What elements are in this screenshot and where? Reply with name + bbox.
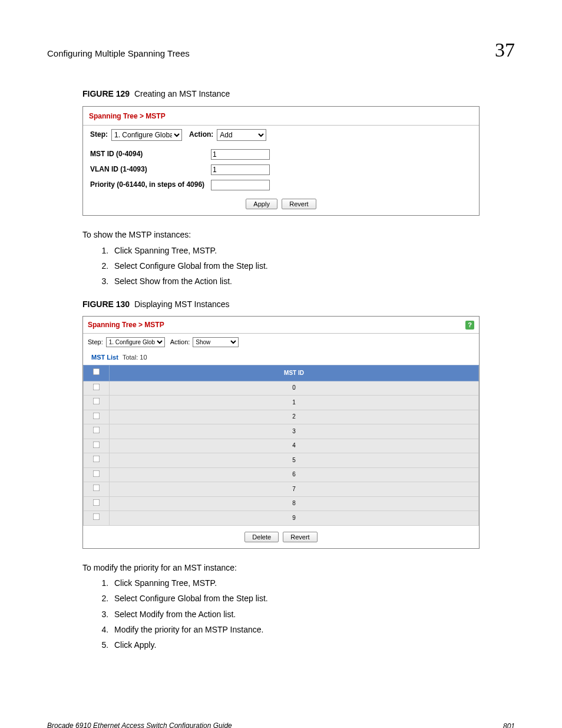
mst-list-title: MST List	[91, 354, 118, 361]
figure130-panel: Spanning Tree > MSTP ? Step: 1. Configur…	[82, 316, 480, 549]
mst-id-label: MST ID (0-4094)	[90, 149, 211, 159]
mst-id-cell: 1	[110, 396, 479, 410]
steps2: Click Spanning Tree, MSTP. Select Config…	[82, 577, 480, 651]
step: Select Configure Global from the Step li…	[111, 592, 480, 604]
mst-id-input[interactable]	[211, 149, 270, 160]
row-checkbox[interactable]	[93, 441, 100, 448]
mst-id-cell: 2	[110, 410, 479, 424]
row-checkbox[interactable]	[93, 427, 100, 434]
priority-input[interactable]	[211, 180, 270, 190]
table-row: 6	[84, 467, 479, 482]
delete-button[interactable]: Delete	[244, 532, 279, 542]
table-row: 4	[84, 439, 479, 453]
mst-id-cell: 3	[110, 424, 479, 439]
column-mst-id: MST ID	[110, 365, 479, 381]
action-label-130: Action:	[170, 338, 190, 347]
vlan-id-label: VLAN ID (1-4093)	[90, 164, 211, 174]
steps1: Click Spanning Tree, MSTP. Select Config…	[82, 245, 480, 288]
footer-guide-title: Brocade 6910 Ethernet Access Switch Conf…	[47, 722, 232, 728]
mst-id-cell: 6	[110, 467, 479, 482]
table-row: 9	[84, 511, 479, 526]
figure130-label: FIGURE 130	[82, 299, 130, 309]
row-checkbox[interactable]	[93, 383, 100, 390]
help-icon[interactable]: ?	[465, 321, 474, 330]
mst-table: MST ID 0 1 2 3 4 5 6 7 8 9	[83, 365, 479, 526]
action-select-130[interactable]: Show	[193, 337, 239, 347]
panel130-breadcrumb: Spanning Tree > MSTP	[88, 320, 164, 330]
priority-label: Priority (0-61440, in steps of 4096)	[90, 180, 211, 190]
row-checkbox[interactable]	[93, 513, 100, 521]
row-checkbox[interactable]	[93, 398, 100, 405]
intro2: To modify the priority for an MST instan…	[82, 562, 480, 574]
figure129-label: FIGURE 129	[82, 89, 130, 98]
step: Select Show from the Action list.	[111, 275, 480, 287]
page-footer: Brocade 6910 Ethernet Access Switch Conf…	[47, 722, 515, 728]
table-row: 7	[84, 482, 479, 497]
mst-id-cell: 4	[110, 439, 479, 453]
mst-id-cell: 0	[110, 381, 479, 396]
step: Click Apply.	[111, 639, 480, 651]
table-row: 5	[84, 453, 479, 468]
chapter-number: 37	[495, 35, 515, 64]
figure130-title: Displaying MST Instances	[134, 299, 230, 309]
figure129-caption: FIGURE 129 Creating an MST Instance	[82, 88, 480, 100]
step: Modify the priority for an MSTP Instance…	[111, 624, 480, 635]
step-select[interactable]: 1. Configure Global	[111, 129, 182, 141]
figure129-title: Creating an MST Instance	[134, 89, 230, 98]
header-checkbox-cell	[84, 365, 110, 381]
step: Click Spanning Tree, MSTP.	[111, 245, 480, 256]
step: Select Configure Global from the Step li…	[111, 260, 480, 272]
select-all-checkbox[interactable]	[93, 368, 100, 375]
table-row: 8	[84, 496, 479, 511]
mst-id-cell: 8	[110, 496, 479, 511]
row-checkbox[interactable]	[93, 499, 100, 506]
revert-button[interactable]: Revert	[282, 199, 316, 209]
table-row: 1	[84, 396, 479, 410]
mst-id-cell: 7	[110, 482, 479, 497]
step-label-130: Step:	[88, 338, 103, 347]
figure129-panel: Spanning Tree > MSTP Step: 1. Configure …	[82, 106, 480, 216]
step: Click Spanning Tree, MSTP.	[111, 577, 480, 589]
total-value: 10	[140, 354, 147, 361]
mst-id-cell: 5	[110, 453, 479, 468]
table-row: 2	[84, 410, 479, 424]
row-checkbox[interactable]	[93, 456, 100, 463]
footer-page-number: 801	[503, 722, 515, 728]
panel129-breadcrumb: Spanning Tree > MSTP	[83, 107, 479, 126]
row-checkbox[interactable]	[93, 470, 100, 477]
action-label: Action:	[189, 130, 213, 140]
table-row: 3	[84, 424, 479, 439]
apply-button[interactable]: Apply	[246, 199, 277, 209]
vlan-id-input[interactable]	[211, 164, 270, 175]
step: Select Modify from the Action list.	[111, 608, 480, 620]
step-label: Step:	[90, 130, 108, 140]
action-select[interactable]: Add	[217, 129, 266, 141]
table-row: 0	[84, 381, 479, 396]
step-select-130[interactable]: 1. Configure Global	[106, 337, 165, 347]
intro1: To show the MSTP instances:	[82, 229, 480, 241]
mst-id-cell: 9	[110, 511, 479, 526]
figure130-caption: FIGURE 130 Displaying MST Instances	[82, 298, 480, 310]
total-label: Total:	[123, 354, 138, 361]
page-title: Configuring Multiple Spanning Trees	[47, 47, 190, 60]
revert-button-130[interactable]: Revert	[283, 532, 317, 542]
row-checkbox[interactable]	[93, 412, 100, 419]
row-checkbox[interactable]	[93, 485, 100, 492]
